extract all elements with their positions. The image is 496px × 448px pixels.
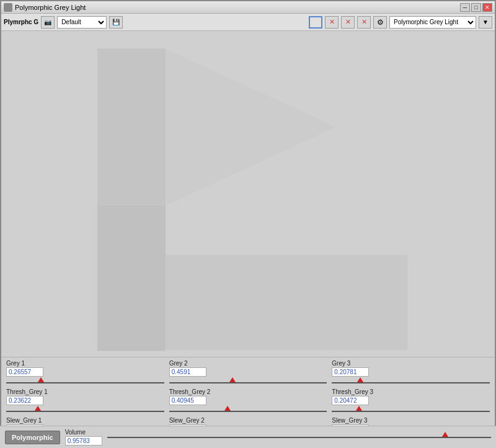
- grey2-track-container: [169, 377, 327, 388]
- thresh1-label: Thresh_Grey 1: [6, 388, 164, 395]
- slew1-label: Slew_Grey 1: [6, 417, 164, 424]
- slider-row-thresh: Thresh_Grey 1 0.23622 Thresh_Grey 2 0.40…: [6, 388, 490, 417]
- volume-track[interactable]: [107, 437, 491, 438]
- settings-gear-icon[interactable]: ⚙: [373, 16, 387, 29]
- grey2-thumb[interactable]: [229, 377, 236, 382]
- dropdown-arrow-icon[interactable]: ▼: [479, 16, 492, 29]
- grey3-track-container: [332, 377, 490, 388]
- grey3-label: Grey 3: [332, 360, 490, 367]
- x-button-3[interactable]: ✕: [357, 16, 371, 29]
- thresh1-track-container: [6, 406, 164, 417]
- svg-rect-5: [97, 255, 166, 350]
- grey3-track[interactable]: [332, 382, 490, 383]
- polymorphic-button[interactable]: Polymorphic: [5, 431, 60, 444]
- thresh2-value[interactable]: 0.40945: [169, 396, 206, 405]
- grey3-thumb[interactable]: [357, 377, 363, 382]
- minimize-button[interactable]: ─: [460, 3, 470, 12]
- thresh1-track[interactable]: [6, 411, 164, 412]
- grey1-track[interactable]: [6, 382, 164, 383]
- thresh3-thumb[interactable]: [356, 406, 362, 411]
- thresh3-label: Thresh_Grey 3: [332, 388, 490, 395]
- grey1-label: Grey 1: [6, 360, 164, 367]
- close-button[interactable]: ✕: [482, 3, 492, 12]
- slew3-label: Slew_Grey 3: [332, 417, 490, 424]
- svg-marker-6: [97, 206, 166, 255]
- volume-thumb[interactable]: [442, 432, 448, 437]
- slider-group-thresh1: Thresh_Grey 1 0.23622: [6, 388, 164, 417]
- thresh2-track-container: [169, 406, 327, 417]
- thresh1-value[interactable]: 0.23622: [6, 396, 43, 405]
- thresh2-track[interactable]: [169, 411, 327, 412]
- thresh3-track[interactable]: [332, 411, 490, 412]
- save-preset-button[interactable]: 💾: [109, 16, 123, 29]
- slider-group-grey2: Grey 2 0.4591: [169, 360, 327, 388]
- grey2-value[interactable]: 0.4591: [169, 367, 206, 377]
- slider-row-grey: Grey 1 0.26557 Grey 2 0.4591 Grey: [6, 360, 490, 388]
- volume-group: Volume 0.95783: [65, 429, 102, 446]
- visualization-svg: [1, 31, 496, 357]
- preset-select[interactable]: Default: [57, 16, 107, 29]
- main-window: Polymorphic Grey Light ─ □ ✕ Plymrphc G …: [0, 0, 496, 448]
- grey2-track[interactable]: [169, 382, 327, 383]
- thresh2-thumb[interactable]: [224, 406, 231, 411]
- toolbar-label: Plymrphc G: [4, 19, 38, 25]
- title-bar: Polymorphic Grey Light ─ □ ✕: [1, 1, 495, 14]
- slider-group-grey3: Grey 3 0.20781: [332, 360, 490, 388]
- grey3-value[interactable]: 0.20781: [332, 367, 369, 377]
- slider-group-thresh2: Thresh_Grey 2 0.40945: [169, 388, 327, 417]
- camera-icon[interactable]: 📷: [41, 16, 55, 29]
- x-button-2[interactable]: ✕: [341, 16, 355, 29]
- x-button-1[interactable]: ✕: [325, 16, 339, 29]
- toolbar-right: ✕ ✕ ✕ ⚙ Polymorphic Grey Light ▼: [309, 16, 492, 29]
- grey1-thumb[interactable]: [38, 377, 44, 382]
- view-square-icon[interactable]: [309, 16, 322, 29]
- thresh3-value[interactable]: 0.20472: [332, 396, 369, 405]
- thresh1-thumb[interactable]: [35, 406, 41, 411]
- bottom-bar: Polymorphic Volume 0.95783: [0, 426, 496, 448]
- grey2-label: Grey 2: [169, 360, 327, 367]
- slider-group-grey1: Grey 1 0.26557: [6, 360, 164, 388]
- thresh2-label: Thresh_Grey 2: [169, 388, 327, 395]
- window-controls: ─ □ ✕: [460, 3, 492, 12]
- visualization-area: [1, 31, 496, 357]
- thresh3-track-container: [332, 406, 490, 417]
- volume-value[interactable]: 0.95783: [65, 436, 102, 446]
- volume-label: Volume: [65, 429, 102, 436]
- volume-track-container: [107, 437, 491, 438]
- grey1-track-container: [6, 377, 164, 388]
- window-title: Polymorphic Grey Light: [15, 4, 458, 11]
- name-select[interactable]: Polymorphic Grey Light: [389, 16, 476, 29]
- maximize-button[interactable]: □: [471, 3, 481, 12]
- toolbar: Plymrphc G 📷 Default 💾 ✕ ✕ ✕ ⚙ Polymorph…: [1, 14, 495, 31]
- grey1-value[interactable]: 0.26557: [6, 367, 43, 377]
- slew2-label: Slew_Grey 2: [169, 417, 327, 424]
- app-icon: [4, 3, 12, 12]
- slider-group-thresh3: Thresh_Grey 3 0.20472: [332, 388, 490, 417]
